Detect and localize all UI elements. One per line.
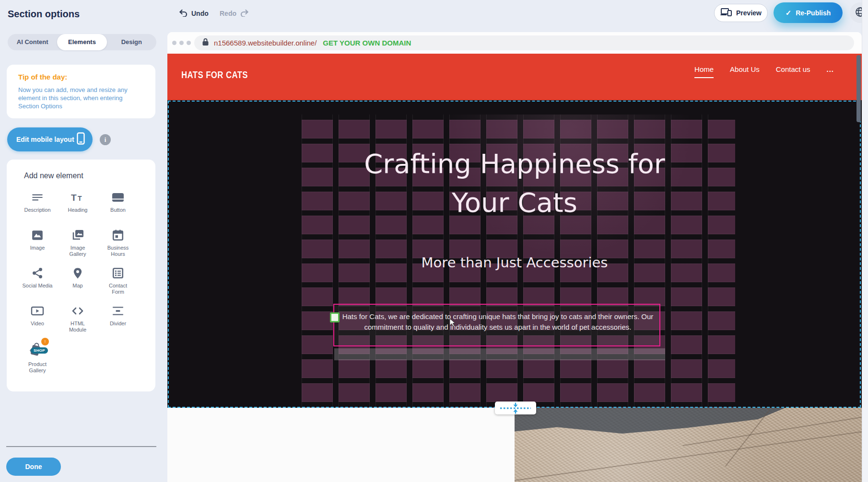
tip-body: Now you can add, move and resize any ele… [18, 86, 144, 110]
get-your-own-domain-link[interactable]: GET YOUR OWN DOMAIN [323, 39, 411, 47]
element-item-description[interactable]: Description [17, 189, 58, 221]
redo-label: Redo [220, 10, 236, 17]
tile-grout-line [515, 428, 862, 482]
smartphone-icon [77, 132, 85, 147]
video-icon [31, 303, 44, 319]
redo-icon [240, 8, 249, 19]
element-item-image[interactable]: Image [17, 227, 58, 259]
map-pin-icon [71, 265, 84, 281]
section-resize-handle[interactable] [495, 402, 536, 414]
tab-design[interactable]: Design [107, 34, 156, 50]
traffic-dots [172, 41, 191, 45]
hero-heading[interactable]: Crafting Happiness for Your Cats [332, 144, 697, 222]
add-new-element-card: Add new element Description TT Heading B… [7, 160, 155, 391]
element-item-contact-form[interactable]: Contact Form [98, 265, 138, 297]
social-media-icon [31, 265, 44, 281]
element-item-business-hours[interactable]: Business Hours [98, 227, 138, 259]
page-title: Section options [8, 9, 80, 20]
button-icon [111, 189, 125, 206]
svg-text:T: T [71, 193, 77, 203]
element-bounds-band [334, 348, 665, 360]
divider-icon [112, 303, 124, 319]
lock-icon [202, 38, 209, 48]
element-item-social-media[interactable]: Social Media [17, 265, 58, 297]
element-item-label: Image [30, 245, 45, 251]
undo-label: Undo [191, 10, 209, 17]
add-new-element-title: Add new element [24, 172, 83, 180]
preview-scrollbar-thumb[interactable] [856, 55, 861, 122]
element-item-product-gallery[interactable]: SHOP ↑ Product Gallery [17, 341, 58, 374]
element-grid: Description TT Heading Button Image Imag… [17, 189, 143, 374]
heading-icon: TT [70, 189, 85, 206]
image-gallery-icon [71, 227, 84, 243]
element-item-button[interactable]: Button [98, 189, 138, 221]
done-button[interactable]: Done [6, 458, 61, 476]
nav-item-about-us[interactable]: About Us [730, 65, 760, 77]
selected-text-element[interactable]: Hats for Cats, we are dedicated to craft… [333, 304, 660, 346]
svg-text:T: T [78, 195, 82, 202]
site-header: HATS FOR CATS Home About Us Contact us .… [167, 54, 862, 100]
page: { "panel": { "title": "Section options",… [0, 0, 868, 482]
description-icon [31, 189, 44, 206]
contact-form-icon [112, 265, 124, 281]
element-item-map[interactable]: Map [58, 265, 98, 297]
element-item-video[interactable]: Video [17, 303, 58, 334]
element-item-label: Contact Form [105, 283, 131, 295]
tip-of-the-day-card: Tip of the day: Now you can add, move an… [7, 65, 155, 118]
business-hours-icon [112, 227, 124, 243]
preview-label: Preview [736, 9, 762, 17]
page-scrollbar-track[interactable] [862, 0, 868, 482]
tab-ai-content[interactable]: AI Content [8, 34, 57, 50]
redo-button[interactable]: Redo [220, 8, 249, 19]
edit-mobile-layout-label: Edit mobile layout [16, 136, 77, 143]
check-icon: ✓ [786, 9, 792, 17]
undo-button[interactable]: Undo [178, 8, 209, 19]
element-item-label: Product Gallery [24, 361, 50, 374]
element-item-image-gallery[interactable]: Image Gallery [58, 227, 98, 259]
site-preview-window: n1566589.websitebuilder.online/ GET YOUR… [167, 32, 862, 482]
devices-icon [720, 7, 732, 19]
element-item-label: HTML Module [65, 321, 91, 333]
hero-subheading[interactable]: More than Just Accessories [347, 254, 682, 271]
nav-item-home[interactable]: Home [694, 65, 714, 78]
nav-more-menu[interactable]: ... [826, 65, 834, 73]
info-icon: i [105, 136, 106, 143]
element-item-label: Map [72, 283, 82, 289]
element-item-label: Image Gallery [65, 245, 91, 257]
preview-button[interactable]: Preview [714, 4, 768, 22]
product-gallery-icon: SHOP ↑ [27, 341, 48, 360]
site-url[interactable]: n1566589.websitebuilder.online/ [214, 39, 317, 47]
element-item-divider[interactable]: Divider [98, 303, 138, 334]
html-module-icon [71, 303, 84, 319]
element-item-label: Video [31, 321, 44, 327]
element-item-html-module[interactable]: HTML Module [58, 303, 98, 334]
hero-paragraph[interactable]: Hats for Cats, we are dedicated to craft… [332, 311, 663, 333]
site-logo[interactable]: HATS FOR CATS [181, 69, 248, 80]
next-section [167, 408, 862, 482]
element-item-heading[interactable]: TT Heading [58, 189, 98, 221]
address-bar[interactable]: n1566589.websitebuilder.online/ GET YOUR… [194, 35, 854, 50]
upgrade-arrow-badge: ↑ [41, 338, 49, 345]
image-icon [31, 227, 44, 243]
element-item-label: Button [110, 207, 126, 213]
element-item-label: Social Media [23, 283, 53, 289]
tip-title: Tip of the day: [18, 73, 67, 81]
browser-chrome-bar: n1566589.websitebuilder.online/ GET YOUR… [167, 32, 862, 54]
element-item-label: Description [24, 207, 50, 213]
edit-mobile-layout-button[interactable]: Edit mobile layout [7, 127, 93, 151]
nav-item-contact-us[interactable]: Contact us [776, 65, 810, 77]
element-item-label: Business Hours [105, 245, 131, 257]
resize-arrows-icon [499, 402, 532, 414]
hero-section: Crafting Happiness for Your Cats More th… [167, 100, 862, 408]
republish-button[interactable]: ✓ Re-Publish [774, 2, 843, 23]
panel-tabs: AI Content Elements Design [8, 34, 156, 50]
republish-label: Re-Publish [796, 9, 831, 17]
element-item-label: Heading [68, 207, 88, 213]
shop-badge: SHOP [31, 347, 48, 354]
panel-divider [6, 446, 156, 447]
undo-icon [178, 8, 188, 19]
tab-elements[interactable]: Elements [57, 34, 106, 50]
floor-photo [515, 408, 862, 482]
info-button[interactable]: i [100, 134, 111, 145]
element-item-label: Divider [110, 321, 126, 327]
